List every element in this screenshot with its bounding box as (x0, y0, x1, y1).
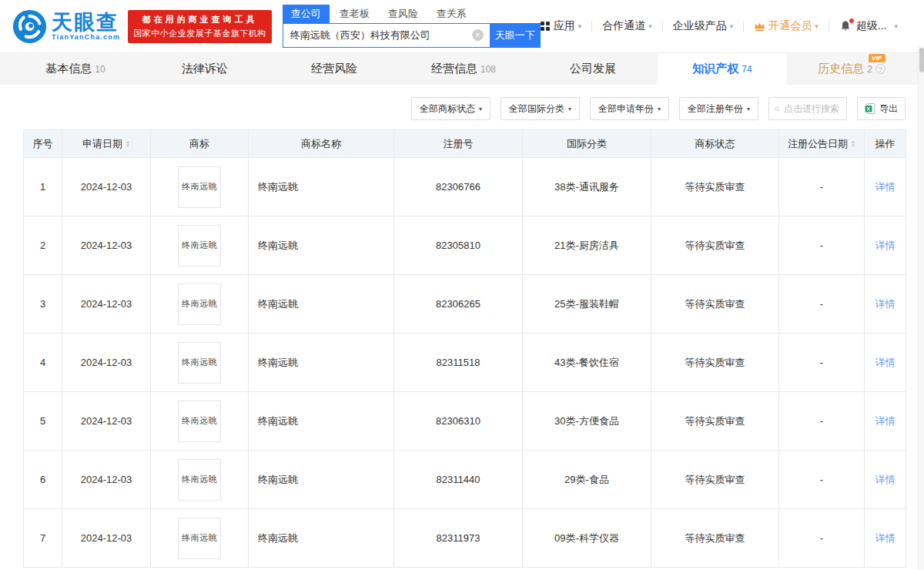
trademark-image[interactable]: 终南远眺 (178, 342, 221, 384)
tab-operation-risk[interactable]: 经营风险 (270, 53, 399, 85)
cell-trademark: 终南远眺 (151, 392, 249, 451)
chevron-down-icon: ▾ (578, 22, 582, 30)
menu-open-membership[interactable]: 开通会员 ▾ (754, 19, 819, 33)
cell-action: 详情 (865, 334, 906, 392)
cell-apply-date: 2024-12-03 (62, 334, 151, 392)
tab-company-development[interactable]: 公司发展 (528, 53, 658, 85)
brand-domain: TianYanCha.com (52, 33, 120, 41)
apps-grid-icon (541, 22, 550, 31)
excel-export-icon (865, 103, 875, 114)
cell-trademark-name: 终南远眺 (249, 392, 394, 451)
scrollbar-track (918, 46, 924, 570)
cell-intl-class: 43类-餐饮住宿 (523, 334, 651, 392)
tianyancha-logo[interactable]: 天眼查 TianYanCha.com (12, 9, 120, 44)
menu-enterprise-products[interactable]: 企业级产品 ▾ (673, 19, 734, 33)
cell-apply-date: 2024-12-03 (62, 392, 151, 451)
tab-operation-info[interactable]: 经营信息 108 (399, 53, 528, 85)
menu-cooperation[interactable]: 合作通道 ▾ (602, 19, 652, 33)
table-search-box[interactable] (768, 97, 847, 120)
vip-badge: VIP (869, 54, 886, 62)
col-apply-date[interactable]: 申请日期 ▲▼ (62, 130, 151, 158)
trademark-image[interactable]: 终南远眺 (178, 518, 221, 559)
cell-trademark-name: 终南远眺 (249, 275, 394, 334)
menu-super-vip[interactable]: 超级... ▾ (856, 19, 898, 33)
cell-serial: 5 (24, 392, 62, 451)
tab-history-info[interactable]: VIP 历史信息 2 ? (787, 53, 916, 85)
cell-action: 详情 (865, 216, 906, 275)
cell-action: 详情 (865, 275, 906, 334)
tab-legal-litigation[interactable]: 法律诉讼 (140, 53, 270, 85)
cell-pub-date: - (779, 392, 865, 451)
cell-intl-class: 38类-通讯服务 (523, 158, 651, 216)
cell-trademark: 终南远眺 (151, 334, 249, 392)
filter-trademark-status[interactable]: 全部商标状态 ▾ (411, 97, 490, 120)
filter-intl-class[interactable]: 全部国际分类 ▾ (500, 97, 580, 120)
search-tab-boss[interactable]: 查老板 (340, 5, 370, 23)
tab-intellectual-property[interactable]: 知识产权 74 (658, 53, 787, 85)
search-module: 查公司 查老板 查风险 查关系 × 天眼一下 (283, 5, 541, 48)
cell-intl-class: 25类-服装鞋帽 (523, 275, 651, 334)
col-serial: 序号 (24, 130, 62, 158)
table-search-input[interactable] (784, 103, 841, 114)
search-icon (775, 104, 780, 114)
col-intl-class: 国际分类 (523, 130, 651, 158)
trademark-image[interactable]: 终南远眺 (178, 166, 221, 208)
search-tabs: 查公司 查老板 查风险 查关系 (283, 5, 541, 23)
promo-badge: 都在用的商业查询工具 国家中小企业发展子基金旗下机构 (128, 10, 272, 43)
detail-link[interactable]: 详情 (875, 415, 896, 427)
search-tab-relation[interactable]: 查关系 (437, 5, 467, 23)
chevron-down-icon: ▾ (658, 106, 661, 112)
detail-link[interactable]: 详情 (875, 240, 896, 251)
detail-link[interactable]: 详情 (875, 298, 896, 310)
cell-trademark: 终南远眺 (151, 509, 249, 568)
trademark-image[interactable]: 终南远眺 (178, 225, 221, 267)
cell-reg-number: 82306766 (394, 158, 523, 216)
menu-apps[interactable]: 应用 ▾ (541, 19, 582, 33)
filter-apply-year[interactable]: 全部申请年份 ▾ (590, 97, 669, 120)
col-pub-date[interactable]: 注册公告日期 ▲▼ (779, 130, 865, 158)
trademark-image[interactable]: 终南远眺 (178, 401, 221, 442)
export-button[interactable]: 导出 (857, 97, 906, 120)
chevron-down-icon: ▾ (479, 106, 482, 112)
cell-trademark-name: 终南远眺 (249, 451, 394, 509)
search-tab-company[interactable]: 查公司 (283, 5, 330, 23)
filter-register-year[interactable]: 全部注册年份 ▾ (679, 97, 758, 120)
cell-status: 等待实质审查 (651, 216, 779, 275)
cell-serial: 2 (24, 216, 62, 275)
cell-reg-number: 82305810 (394, 216, 523, 275)
menu-apps-label: 应用 (554, 19, 575, 33)
tab-basic-info[interactable]: 基本信息 10 (11, 53, 140, 85)
cell-serial: 6 (24, 451, 62, 509)
cell-status: 等待实质审查 (651, 451, 779, 509)
table-row: 3 2024-12-03 终南远眺 终南远眺 82306265 25类-服装鞋帽… (24, 275, 906, 334)
cell-trademark: 终南远眺 (151, 451, 249, 509)
trademark-image[interactable]: 终南远眺 (178, 283, 221, 325)
menu-notifications[interactable] (839, 20, 856, 32)
search-tab-risk[interactable]: 查风险 (388, 5, 418, 23)
col-action: 操作 (865, 130, 906, 158)
sort-icon[interactable]: ▲▼ (851, 140, 855, 148)
company-search-input[interactable] (283, 23, 490, 48)
detail-link[interactable]: 详情 (875, 357, 896, 368)
cell-trademark: 终南远眺 (151, 275, 249, 334)
cell-apply-date: 2024-12-03 (62, 275, 151, 334)
col-reg-number: 注册号 (394, 130, 523, 158)
help-icon[interactable]: ? (875, 64, 886, 74)
table-header-row: 序号 申请日期 ▲▼ 商标 商标名称 注册号 国际分类 商标状态 注册公 (24, 130, 906, 158)
clear-icon[interactable]: × (472, 29, 484, 41)
scrollbar-thumb[interactable] (919, 48, 924, 72)
detail-link[interactable]: 详情 (875, 474, 896, 485)
cell-status: 等待实质审查 (651, 334, 779, 392)
cell-action: 详情 (865, 509, 906, 568)
trademark-image[interactable]: 终南远眺 (178, 459, 221, 501)
cell-serial: 4 (24, 334, 62, 392)
detail-link[interactable]: 详情 (875, 181, 896, 193)
notification-dot (849, 18, 854, 23)
menu-enterprise-label: 企业级产品 (673, 19, 727, 33)
chevron-down-icon: ▾ (815, 22, 819, 30)
detail-link[interactable]: 详情 (875, 532, 896, 544)
sort-icon[interactable]: ▲▼ (126, 140, 130, 148)
crown-icon (754, 22, 765, 32)
cell-action: 详情 (865, 392, 906, 451)
search-button[interactable]: 天眼一下 (490, 23, 541, 48)
